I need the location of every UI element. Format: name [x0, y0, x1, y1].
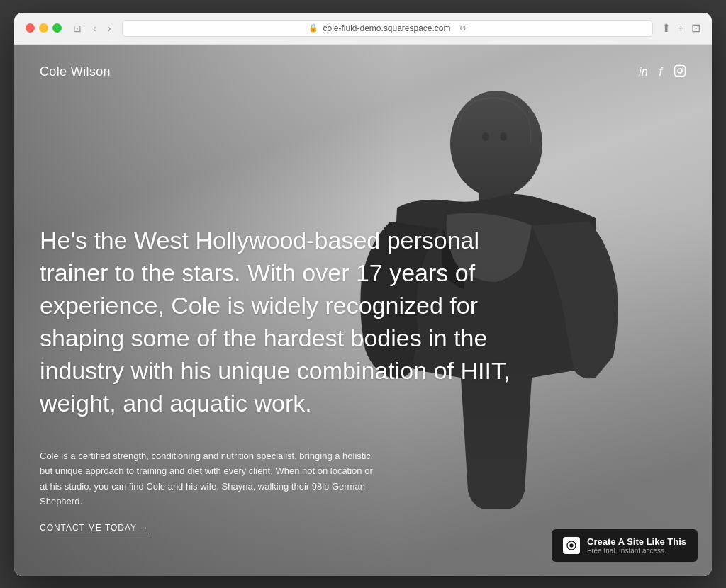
site-title: Cole Wilson: [40, 64, 111, 79]
browser-window: ⊡ ‹ › 🔒 cole-fluid-demo.squarespace.com …: [14, 13, 712, 576]
instagram-icon[interactable]: [674, 64, 686, 80]
add-tab-button[interactable]: +: [678, 22, 684, 35]
minimize-button[interactable]: [39, 23, 48, 33]
hero-headline: He's the West Hollywood-based personal t…: [40, 225, 522, 419]
badge-subtitle: Free trial. Instant access.: [587, 547, 686, 555]
fullscreen-button[interactable]: [52, 23, 62, 33]
browser-nav-controls: ⊡ ‹ ›: [70, 21, 113, 35]
linkedin-icon[interactable]: in: [639, 66, 647, 79]
contact-cta-link[interactable]: CONTACT ME TODAY →: [40, 523, 149, 533]
forward-button[interactable]: ›: [105, 21, 114, 35]
site-header: Cole Wilson in f: [14, 45, 712, 100]
lock-icon: 🔒: [308, 23, 318, 33]
window-icon[interactable]: ⊡: [70, 21, 84, 35]
social-icons: in f: [639, 64, 686, 80]
svg-point-5: [678, 69, 682, 73]
back-button[interactable]: ‹: [90, 21, 99, 35]
traffic-lights: [26, 23, 62, 33]
tab-manager-button[interactable]: ⊡: [691, 21, 700, 35]
browser-actions: ⬆ + ⊡: [661, 21, 700, 35]
svg-point-6: [682, 67, 683, 69]
url-text: cole-fluid-demo.squarespace.com: [323, 23, 450, 33]
squarespace-badge-text: Create A Site Like This Free trial. Inst…: [587, 536, 686, 555]
refresh-button[interactable]: ↺: [459, 23, 467, 33]
close-button[interactable]: [26, 23, 35, 33]
squarespace-badge[interactable]: Create A Site Like This Free trial. Inst…: [552, 529, 698, 562]
browser-chrome: ⊡ ‹ › 🔒 cole-fluid-demo.squarespace.com …: [14, 13, 712, 45]
site-main: He's the West Hollywood-based personal t…: [40, 225, 686, 533]
svg-point-7: [569, 543, 573, 547]
hero-body: Cole is a certified strength, conditioni…: [40, 448, 380, 509]
badge-title: Create A Site Like This: [587, 536, 686, 547]
squarespace-logo: [563, 537, 580, 554]
share-button[interactable]: ⬆: [661, 21, 671, 35]
svg-rect-4: [675, 65, 686, 76]
facebook-icon[interactable]: f: [659, 66, 662, 79]
website-content: Cole Wilson in f He's the West Hollywood…: [14, 45, 712, 576]
address-bar[interactable]: 🔒 cole-fluid-demo.squarespace.com ↺: [122, 20, 652, 37]
